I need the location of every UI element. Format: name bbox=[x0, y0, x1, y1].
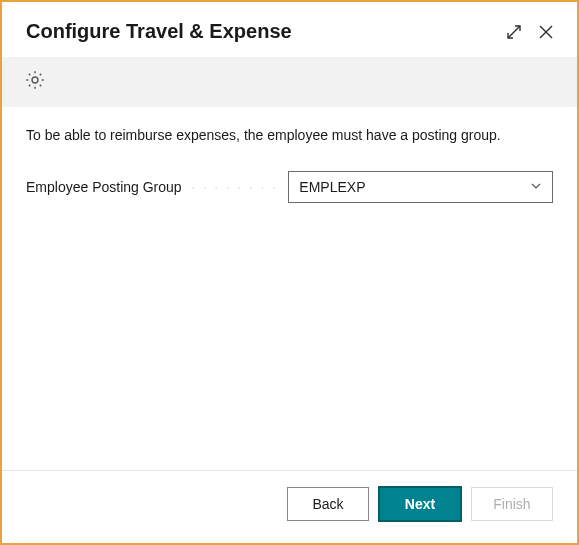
close-icon[interactable] bbox=[537, 23, 555, 41]
dialog-header: Configure Travel & Expense bbox=[2, 2, 577, 57]
back-button[interactable]: Back bbox=[287, 487, 369, 521]
select-value: EMPLEXP bbox=[299, 179, 365, 195]
posting-group-field: Employee Posting Group · · · · · · · · E… bbox=[26, 171, 553, 203]
posting-group-select-wrap: EMPLEXP bbox=[288, 171, 553, 203]
dialog-content: To be able to reimburse expenses, the em… bbox=[2, 107, 577, 470]
chevron-down-icon bbox=[530, 179, 542, 195]
posting-group-select[interactable]: EMPLEXP bbox=[288, 171, 553, 203]
field-label: Employee Posting Group bbox=[26, 179, 182, 195]
dialog-title: Configure Travel & Expense bbox=[26, 20, 505, 43]
expand-icon[interactable] bbox=[505, 23, 523, 41]
finish-button: Finish bbox=[471, 487, 553, 521]
gear-icon bbox=[24, 69, 555, 95]
banner bbox=[2, 57, 577, 107]
svg-point-0 bbox=[32, 77, 38, 83]
next-button[interactable]: Next bbox=[379, 487, 461, 521]
header-controls bbox=[505, 23, 555, 41]
configure-dialog: Configure Travel & Expense bbox=[0, 0, 579, 545]
dialog-footer: Back Next Finish bbox=[2, 470, 577, 543]
description-text: To be able to reimburse expenses, the em… bbox=[26, 127, 553, 143]
dots-separator: · · · · · · · · bbox=[188, 182, 283, 193]
